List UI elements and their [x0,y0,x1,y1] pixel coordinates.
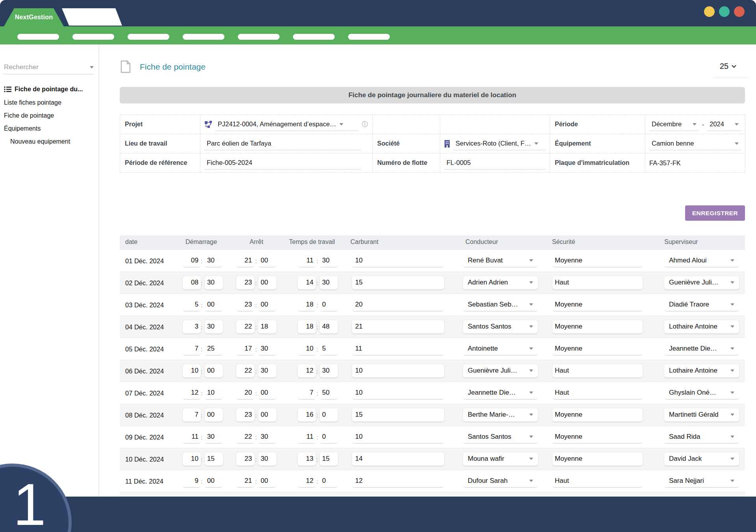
temps-minute-input[interactable]: 5 [320,342,338,356]
conducteur-select[interactable]: Santos Santos [463,320,538,334]
conducteur-select[interactable]: Santos Santos [463,430,538,444]
demarrage-hour-input[interactable]: 11 [183,430,201,444]
arret-hour-input[interactable]: 17 [236,342,254,356]
reference-input[interactable]: Fiche-005-2024 [204,156,361,170]
conducteur-select[interactable]: René Buvat [463,254,538,268]
demarrage-hour-input[interactable]: 5 [183,298,201,312]
arret-hour-input[interactable]: 21 [236,254,254,268]
arret-hour-input[interactable]: 23 [236,298,254,312]
temps-minute-input[interactable]: 15 [320,453,338,466]
demarrage-hour-input[interactable]: 09 [183,254,201,268]
superviseur-select[interactable]: Jeannette Die… [664,342,739,356]
demarrage-hour-input[interactable]: 9 [183,475,201,488]
securite-input[interactable]: Moyenne [552,453,643,466]
window-minimize-button[interactable] [704,6,715,17]
temps-hour-input[interactable]: 13 [298,453,316,466]
arret-minute-input[interactable]: 00 [258,408,276,422]
demarrage-hour-input[interactable]: 7 [183,342,201,356]
demarrage-hour-input[interactable]: 3 [183,320,201,334]
carburant-input[interactable]: 10 [352,254,444,268]
temps-hour-input[interactable]: 7 [298,386,316,400]
temps-hour-input[interactable]: 11 [298,254,316,268]
superviseur-select[interactable]: Lothaire Antoine [664,364,739,378]
arret-hour-input[interactable]: 21 [236,475,254,488]
demarrage-minute-input[interactable]: 00 [205,298,223,312]
temps-hour-input[interactable]: 18 [298,320,316,334]
superviseur-select[interactable]: Martinetti Gérald [664,408,739,422]
securite-input[interactable]: Moyenne [552,342,643,356]
arret-hour-input[interactable]: 23 [236,453,254,466]
demarrage-hour-input[interactable]: 7 [183,408,201,422]
page-size-select[interactable]: 25 [720,62,736,71]
societe-select[interactable]: Services-Roto (Client, F… [440,134,550,153]
temps-minute-input[interactable]: 48 [320,320,338,334]
superviseur-select[interactable]: Saad Rida [664,430,739,444]
demarrage-minute-input[interactable]: 30 [205,276,223,290]
month-select[interactable]: Décembre [649,118,699,131]
conducteur-select[interactable]: Berthe Marie-… [463,408,538,422]
securite-input[interactable]: Moyenne [552,320,643,334]
superviseur-select[interactable]: Sara Nejjari [664,475,739,488]
carburant-input[interactable]: 21 [352,320,444,334]
carburant-input[interactable]: 15 [352,276,444,290]
sidebar-item-equipements[interactable]: Équipements [4,124,41,133]
arret-minute-input[interactable]: 30 [258,342,276,356]
search-input[interactable]: Rechercher [4,60,94,74]
arret-minute-input[interactable]: 00 [258,254,276,268]
carburant-input[interactable]: 14 [352,453,444,466]
conducteur-select[interactable]: Sebastian Seb… [463,298,538,312]
nav-pill-2[interactable] [72,34,114,40]
carburant-input[interactable]: 15 [352,408,444,422]
nav-pill-4[interactable] [183,34,224,40]
nav-pill-3[interactable] [128,34,169,40]
temps-minute-input[interactable]: 0 [320,475,338,488]
carburant-input[interactable]: 10 [352,430,444,444]
arret-minute-input[interactable]: 00 [258,298,276,312]
temps-minute-input[interactable]: 0 [320,430,338,444]
sidebar-item-liste-fiches[interactable]: Liste fiches pointage [4,98,61,107]
temps-hour-input[interactable]: 11 [298,430,316,444]
conducteur-select[interactable]: Guenièvre Juli… [463,364,538,378]
superviseur-select[interactable]: Ahmed Aloui [664,254,739,268]
arret-hour-input[interactable]: 22 [236,364,254,378]
arret-hour-input[interactable]: 23 [236,276,254,290]
demarrage-minute-input[interactable]: 25 [205,342,223,356]
superviseur-select[interactable]: Ghyslain Oné… [664,386,739,400]
superviseur-select[interactable]: Guenièvre Juli… [664,276,739,290]
conducteur-select[interactable]: Jeannette Die… [463,386,538,400]
arret-minute-input[interactable]: 30 [258,364,276,378]
temps-hour-input[interactable]: 16 [298,408,316,422]
arret-hour-input[interactable]: 22 [236,320,254,334]
arret-minute-input[interactable]: 18 [258,320,276,334]
demarrage-hour-input[interactable]: 10 [183,364,201,378]
arret-minute-input[interactable]: 00 [258,386,276,400]
securite-input[interactable]: Haut [552,475,643,488]
lieu-input[interactable]: Parc éolien de Tarfaya [204,137,361,150]
securite-input[interactable]: Moyenne [552,408,643,422]
arret-hour-input[interactable]: 20 [236,386,254,400]
flotte-input[interactable]: FL-0005 [444,156,546,170]
conducteur-select[interactable]: Dufour Sarah [463,475,538,488]
carburant-input[interactable]: 20 [352,298,444,312]
temps-hour-input[interactable]: 12 [298,364,316,378]
arret-hour-input[interactable]: 22 [236,430,254,444]
superviseur-select[interactable]: David Jack [664,453,739,466]
temps-hour-input[interactable]: 14 [298,276,316,290]
securite-input[interactable]: Haut [552,276,643,290]
securite-input[interactable]: Haut [552,364,643,378]
temps-hour-input[interactable]: 10 [298,342,316,356]
arret-minute-input[interactable]: 30 [258,453,276,466]
securite-input[interactable]: Moyenne [552,430,643,444]
temps-minute-input[interactable]: 0 [320,408,338,422]
carburant-input[interactable]: 11 [352,342,444,356]
save-button[interactable]: ENREGISTRER [685,205,745,221]
securite-input[interactable]: Haut [552,386,643,400]
demarrage-hour-input[interactable]: 12 [183,386,201,400]
arret-minute-input[interactable]: 00 [258,475,276,488]
superviseur-select[interactable]: Lothaire Antoine [664,320,739,334]
demarrage-minute-input[interactable]: 10 [205,386,223,400]
demarrage-hour-input[interactable]: 10 [183,453,201,466]
demarrage-minute-input[interactable]: 00 [205,364,223,378]
temps-hour-input[interactable]: 18 [298,298,316,312]
year-select[interactable]: 2024 [707,118,741,131]
